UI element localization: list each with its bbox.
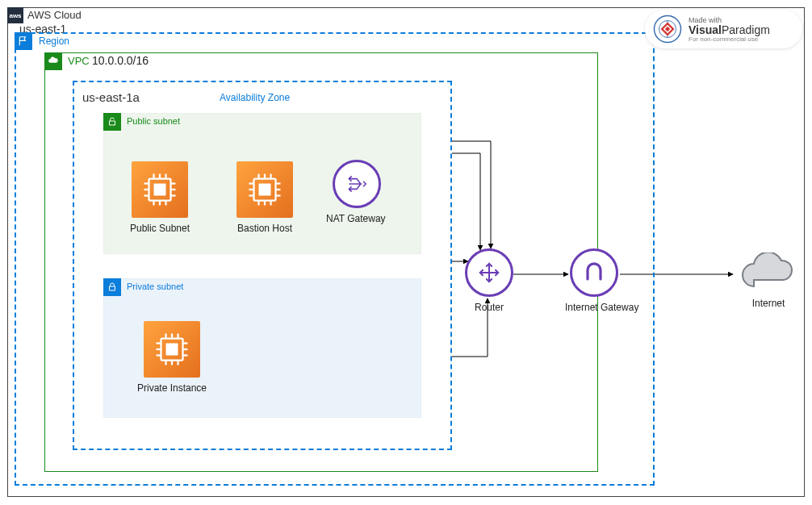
public-instance-label: Public Subnet — [128, 223, 192, 234]
router-label: Router — [465, 302, 513, 313]
ec2-icon — [132, 161, 188, 218]
ec2-icon — [236, 161, 293, 218]
az-name: us-east-1a — [82, 90, 140, 104]
visual-paradigm-icon — [653, 15, 682, 44]
az-label: Availability Zone — [220, 92, 290, 103]
diagram-canvas: aws AWS Cloud us-east-1 Region VPC 10.0.… — [0, 0, 812, 505]
internet-node: Internet — [736, 252, 801, 309]
router-icon — [465, 248, 513, 297]
aws-cloud-label: AWS Cloud — [27, 9, 82, 21]
region-flag-icon — [15, 32, 32, 50]
watermark-line3: For non-commercial use — [689, 35, 770, 43]
router-node: Router — [465, 248, 513, 313]
private-instance-node: Private Instance — [128, 321, 216, 394]
igw-label: Internet Gateway — [565, 302, 618, 313]
private-subnet-label: Private subnet — [127, 282, 183, 291]
ec2-icon — [144, 321, 200, 378]
lock-open-icon — [103, 113, 121, 131]
private-instance-label: Private Instance — [128, 382, 216, 394]
internet-gateway-node: Internet Gateway — [570, 248, 618, 313]
vpc-cloud-icon — [44, 52, 62, 70]
nat-gateway-icon — [333, 160, 381, 208]
lock-closed-icon — [103, 278, 121, 296]
internet-label: Internet — [736, 298, 801, 309]
region-label: Region — [39, 35, 69, 47]
bastion-label: Bastion Host — [232, 223, 297, 234]
igw-icon — [570, 248, 618, 297]
public-subnet-label: Public subnet — [127, 116, 180, 126]
nat-label: NAT Gateway — [326, 213, 381, 224]
cloud-icon — [738, 252, 799, 293]
bastion-host-node: Bastion Host — [232, 161, 297, 234]
vpc-label: VPC — [68, 55, 90, 67]
aws-logo-icon: aws — [7, 7, 23, 23]
watermark-text: Made with VisualParadigm For non-commerc… — [689, 16, 770, 43]
watermark-line2: VisualParadigm — [689, 24, 770, 35]
vpc-cidr: 10.0.0.0/16 — [92, 54, 149, 67]
watermark-badge: Made with VisualParadigm For non-commerc… — [645, 10, 802, 48]
nat-gateway-node: NAT Gateway — [333, 160, 381, 224]
public-instance-node: Public Subnet — [128, 161, 192, 234]
